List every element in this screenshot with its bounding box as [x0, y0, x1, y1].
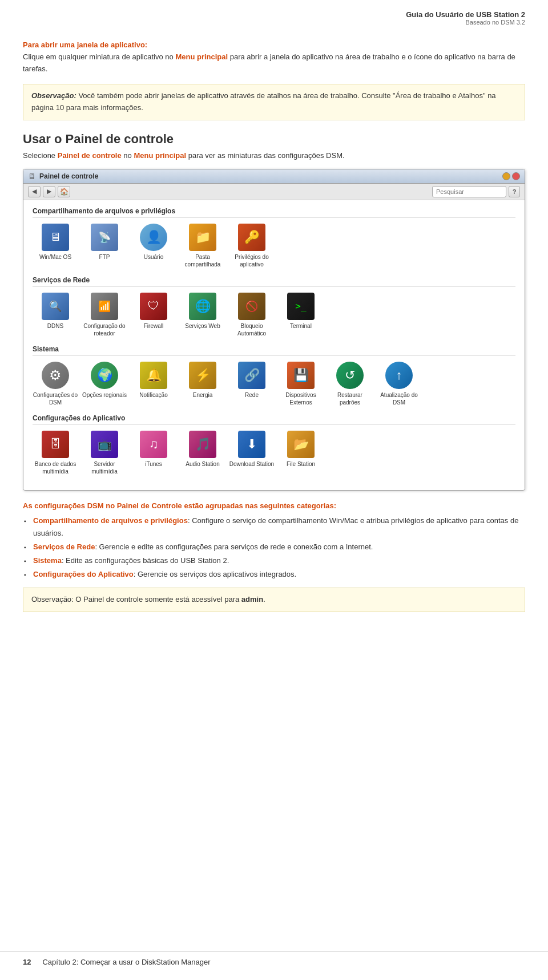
cp-back-btn[interactable]: ◀	[28, 186, 41, 197]
cp-section-title: Configurações do Aplicativo	[33, 414, 515, 425]
cp-icon-image: 🔍	[42, 293, 69, 320]
cp-icon-item[interactable]: 🔑Privilégios do aplicativo	[229, 224, 275, 268]
cp-icon-image: 📁	[189, 224, 216, 251]
cp-icon-image: ⬇	[238, 431, 265, 458]
cp-icon-image: 🗄	[42, 431, 69, 458]
cp-icon-item[interactable]: 🔔Notificação	[131, 362, 176, 406]
page-number: 12	[23, 958, 31, 966]
menu-principal-link[interactable]: Menu principal	[175, 52, 228, 61]
painel-controle-link[interactable]: Painel de controle	[58, 151, 122, 160]
cp-icon-item[interactable]: 🛡Firewall	[131, 293, 176, 337]
cp-icons-row: 🔍DDNS📶Configuração do roteador🛡Firewall🌐…	[33, 293, 515, 337]
bottom-intro-text: As configurações DSM no Painel de Contro…	[23, 501, 336, 510]
cp-icon-label: Opções regionais	[82, 391, 127, 399]
cp-icon-item[interactable]: 💾Dispositivos Externos	[278, 362, 324, 406]
cp-icon-item[interactable]: ↺Restaurar padrões	[327, 362, 373, 406]
cp-icon-label: Bloqueio Automático	[229, 322, 275, 337]
cp-icon-image: 📡	[91, 224, 118, 251]
cp-icon-label: Usuário	[144, 253, 163, 261]
list-item: Configurações do Aplicativo: Gerencie os…	[23, 568, 525, 581]
note-box-1: Observação: Você também pode abrir janel…	[23, 84, 525, 120]
open-app-heading: Para abrir uma janela de aplicativo:	[23, 41, 147, 49]
cp-icon-item[interactable]: 📂File Station	[278, 431, 324, 475]
bullet-link[interactable]: Sistema	[33, 556, 62, 565]
cp-icon-label: Pasta compartilhada	[180, 253, 225, 268]
cp-icon-image: 🔗	[238, 362, 265, 389]
cp-icon-label: Win/Mac OS	[39, 253, 71, 261]
bullet-link[interactable]: Serviços de Rede	[33, 542, 95, 551]
cp-icon-item[interactable]: 🌐Serviços Web	[180, 293, 225, 337]
cp-icon-item[interactable]: 👤Usuário	[131, 224, 176, 268]
bullet-text: : Edite as configurações básicas do USB …	[62, 556, 229, 565]
cp-search-input[interactable]	[432, 186, 506, 197]
footer-text: Capítulo 2: Começar a usar o DiskStation…	[42, 958, 210, 966]
cp-icon-item[interactable]: ♫iTunes	[131, 431, 176, 475]
menu-principal-link2[interactable]: Menu principal	[134, 151, 186, 160]
cp-icon-item[interactable]: 🔍DDNS	[33, 293, 78, 337]
cp-icons-row: 🗄Banco de dados multimídia📺Servidor mult…	[33, 431, 515, 475]
cp-minimize-btn[interactable]	[502, 172, 510, 180]
cp-icon-item[interactable]: 🌍Opções regionais	[82, 362, 127, 406]
list-item: Compartilhamento de arquivos e privilégi…	[23, 515, 525, 540]
cp-icon-label: Banco de dados multimídia	[33, 460, 78, 475]
cp-icon-image: ♫	[140, 431, 167, 458]
cp-content: Compartilhamento de arquivos e privilégi…	[23, 200, 525, 490]
bullet-link[interactable]: Configurações do Aplicativo	[33, 570, 134, 578]
bottom-intro: As configurações DSM no Painel de Contro…	[23, 500, 525, 512]
cp-icons-row: 🖥Win/Mac OS📡FTP👤Usuário📁Pasta compartilh…	[33, 224, 515, 268]
cp-forward-btn[interactable]: ▶	[43, 186, 55, 197]
cp-icon-item[interactable]: 📺Servidor multimídia	[82, 431, 127, 475]
note2-bold: admin	[241, 595, 263, 604]
cp-icon-item[interactable]: >_Terminal	[278, 293, 324, 337]
cp-icon-label: Configuração do roteador	[82, 322, 127, 337]
cp-icon-image: 🛡	[140, 293, 167, 320]
list-item: Serviços de Rede: Gerencie e edite as co…	[23, 541, 525, 553]
cp-icon-item[interactable]: 🔗Rede	[229, 362, 275, 406]
page-header: Guia do Usuário de USB Station 2 Baseado…	[0, 0, 548, 28]
cp-search-area: ?	[432, 186, 520, 197]
cp-titlebar-title: Painel de controle	[39, 172, 98, 180]
cp-icon-item[interactable]: ↑Atualização do DSM	[376, 362, 422, 406]
doc-subtitle: Baseado no DSM 3.2	[23, 19, 525, 26]
cp-icon-item[interactable]: 🗄Banco de dados multimídia	[33, 431, 78, 475]
cp-icon-label: Atualização do DSM	[376, 391, 422, 406]
cp-titlebar-controls	[502, 172, 520, 180]
cp-icon-item[interactable]: 🚫Bloqueio Automático	[229, 293, 275, 337]
cp-icon-item[interactable]: 📡FTP	[82, 224, 127, 268]
cp-close-btn[interactable]	[512, 172, 520, 180]
cp-icon-item[interactable]: 🎵Audio Station	[180, 431, 225, 475]
bullet-list: Compartilhamento de arquivos e privilégi…	[23, 515, 525, 581]
cp-icon-item[interactable]: 📁Pasta compartilhada	[180, 224, 225, 268]
cp-icon-item[interactable]: 🖥Win/Mac OS	[33, 224, 78, 268]
cp-icon-image: ⚡	[189, 362, 216, 389]
cp-section: Compartilhamento de arquivos e privilégi…	[33, 207, 515, 268]
cp-icons-row: ⚙Configurações do DSM🌍Opções regionais🔔N…	[33, 362, 515, 406]
cp-section: Serviços de Rede🔍DDNS📶Configuração do ro…	[33, 276, 515, 337]
cp-icon-label: Energia	[193, 391, 212, 399]
cp-icon-label: Restaurar padrões	[327, 391, 373, 406]
cp-icon-image: 🎵	[189, 431, 216, 458]
cp-home-btn[interactable]: 🏠	[58, 186, 70, 197]
cp-toolbar: ◀ ▶ 🏠 ?	[23, 184, 525, 200]
cp-section-title: Sistema	[33, 345, 515, 356]
cp-help-btn[interactable]: ?	[509, 186, 520, 197]
note2-label: Observação:	[31, 595, 74, 604]
cp-icon-label: Serviços Web	[185, 322, 220, 330]
cp-icon-item[interactable]: ⬇Download Station	[229, 431, 275, 475]
cp-icon-label: FTP	[99, 253, 110, 261]
cp-section: Sistema⚙Configurações do DSM🌍Opções regi…	[33, 345, 515, 406]
bullet-text: : Gerencie os serviços dos aplicativos i…	[134, 570, 296, 578]
cp-icon-item[interactable]: ⚡Energia	[180, 362, 225, 406]
bullet-link[interactable]: Compartilhamento de arquivos e privilégi…	[33, 516, 188, 525]
control-panel-window: 🖥 Painel de controle ◀ ▶ 🏠 ? Compartilha…	[23, 169, 525, 491]
cp-icon-item[interactable]: ⚙Configurações do DSM	[33, 362, 78, 406]
cp-icon-label: Dispositivos Externos	[278, 391, 324, 406]
section-title: Usar o Painel de controle	[23, 132, 525, 147]
cp-icon-image: 📶	[91, 293, 118, 320]
cp-icon-item[interactable]: 📶Configuração do roteador	[82, 293, 127, 337]
cp-icon-label: Configurações do DSM	[33, 391, 78, 406]
cp-titlebar: 🖥 Painel de controle	[23, 169, 525, 184]
cp-icon-label: Servidor multimídia	[82, 460, 127, 475]
cp-icon-image: 📂	[287, 431, 315, 458]
use-control-panel-section: Usar o Painel de controle Selecione Pain…	[23, 132, 525, 162]
